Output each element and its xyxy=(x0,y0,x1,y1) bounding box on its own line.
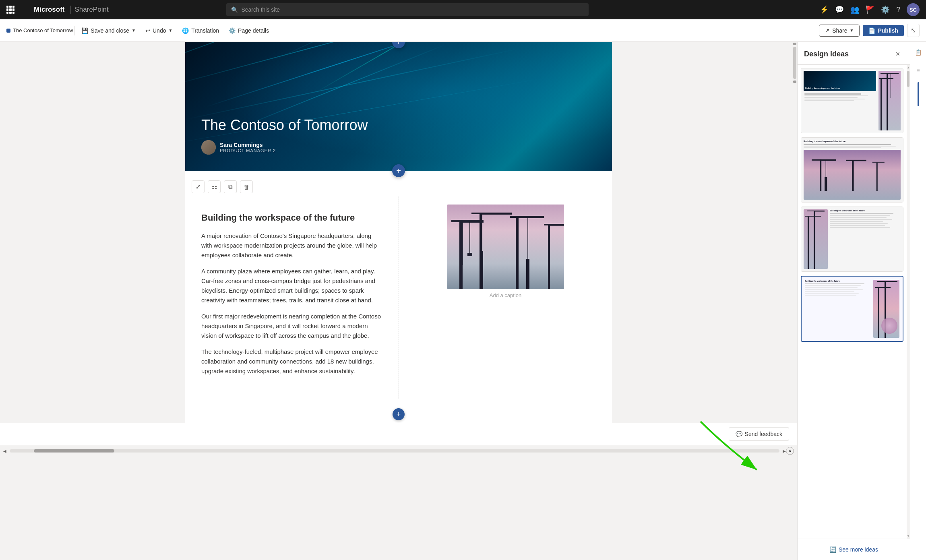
share-button[interactable]: ↗ Share ▼ xyxy=(819,25,860,37)
side-icon-1[interactable]: 📋 xyxy=(913,47,924,58)
help-icon[interactable]: ? xyxy=(896,6,900,14)
search-bar[interactable]: 🔍 xyxy=(226,3,589,16)
panel-scroll-thumb[interactable] xyxy=(907,71,909,87)
share-dropdown-icon[interactable]: ▼ xyxy=(850,28,854,33)
design-panel-close[interactable]: × xyxy=(892,48,903,60)
side-icon-3[interactable] xyxy=(918,82,919,106)
design-card-4[interactable]: Building the workspace of the future xyxy=(801,276,903,342)
save-icon: 💾 xyxy=(81,27,88,34)
send-feedback-button[interactable]: 💬 Send feedback xyxy=(729,427,789,441)
svg-rect-19 xyxy=(887,73,888,130)
translation-button[interactable]: 🌐 Translation xyxy=(177,24,224,37)
settings-tool[interactable]: ⚏ xyxy=(208,180,221,193)
content-heading: Building the workspace of the future xyxy=(201,213,382,223)
author-name: Sara Cummings xyxy=(220,142,276,148)
hero-section: + xyxy=(185,42,612,171)
svg-rect-15 xyxy=(526,259,529,289)
section-tools-bar: ⤢ ⚏ ⧉ 🗑 xyxy=(185,177,612,196)
content-paragraph-2: A community plaza where employees can ga… xyxy=(201,267,382,305)
people-icon[interactable]: 👥 xyxy=(850,5,859,14)
toolbar-separator-1 xyxy=(74,26,75,35)
scroll-thumb[interactable] xyxy=(34,449,114,453)
svg-rect-44 xyxy=(875,287,891,288)
author-avatar xyxy=(201,140,216,155)
search-icon: 🔍 xyxy=(231,6,238,13)
horizontal-scrollbar[interactable]: ◀ ▶ × xyxy=(0,445,797,457)
waffle-menu[interactable]: Microsoft SharePoint xyxy=(6,5,109,14)
hero-author: Sara Cummings PRODUCT MANAGER 2 xyxy=(201,140,368,155)
translation-icon: 🌐 xyxy=(182,27,189,34)
design-ideas-panel: Design ideas × Build xyxy=(797,42,910,560)
copy-tool[interactable]: ⧉ xyxy=(224,180,237,193)
lightning-icon[interactable]: ⚡ xyxy=(820,5,829,14)
design-ideas-list[interactable]: Building the workspace of the future xyxy=(798,65,907,539)
content-section: Building the workspace of the future A m… xyxy=(185,196,612,399)
design-panel-footer: 🔄 See more ideas xyxy=(798,539,910,560)
side-icon-2[interactable]: ≡ xyxy=(913,64,924,76)
share-icon: ↗ xyxy=(825,27,830,34)
design-card-3[interactable]: Building the workspace of the future xyxy=(801,207,903,272)
scroll-left-arrow[interactable]: ◀ xyxy=(3,449,6,453)
design-card-img-2: Building the workspace of the future xyxy=(801,138,903,202)
publish-button[interactable]: 📄 Publish xyxy=(863,25,904,36)
see-more-ideas-button[interactable]: 🔄 See more ideas xyxy=(825,544,883,555)
panel-scrollbar[interactable]: ▲ ▼ xyxy=(907,65,910,539)
design-card-1[interactable]: Building the workspace of the future xyxy=(801,68,903,133)
ms-brand: Microsoft xyxy=(31,6,65,14)
content-paragraph-3: Our first major redevelopment is nearing… xyxy=(201,312,382,341)
design-card-2[interactable]: Building the workspace of the future xyxy=(801,137,903,203)
flag-icon[interactable]: 🚩 xyxy=(866,5,874,14)
search-input[interactable] xyxy=(241,6,584,13)
toolbar-right: ↗ Share ▼ 📄 Publish ⤡ xyxy=(819,24,920,37)
svg-rect-4 xyxy=(481,251,483,289)
toolbar: The Contoso of Tomorrow 💾 Save and close… xyxy=(0,19,926,42)
page-canvas: + xyxy=(185,42,612,423)
move-tool[interactable]: ⤢ xyxy=(192,180,205,193)
hero-content: The Contoso of Tomorrow Sara Cummings PR… xyxy=(201,117,368,155)
scroll-close-btn[interactable]: × xyxy=(786,447,794,455)
content-paragraph-4: The technology-fueled, multiphase projec… xyxy=(201,347,382,376)
svg-rect-11 xyxy=(516,217,519,289)
page-icon xyxy=(6,29,10,33)
delete-tool[interactable]: 🗑 xyxy=(240,180,253,193)
design-card-img-1: Building the workspace of the future xyxy=(801,68,903,133)
svg-rect-24 xyxy=(879,78,893,79)
panel-scroll-down[interactable]: ▼ xyxy=(907,534,910,538)
gear-icon[interactable]: ⚙️ xyxy=(881,5,890,14)
feedback-icon: 💬 xyxy=(736,431,742,437)
chat-icon[interactable]: 💬 xyxy=(835,5,844,14)
content-left: Building the workspace of the future A m… xyxy=(185,196,399,399)
scroll-right-arrow[interactable]: ▶ xyxy=(783,449,786,453)
ms-logo xyxy=(19,5,27,14)
panel-scroll-up[interactable]: ▲ xyxy=(907,66,910,69)
add-section-bottom-area: + xyxy=(185,407,612,423)
avatar[interactable]: SC xyxy=(907,3,920,16)
editor-scroll-area[interactable]: + xyxy=(0,42,797,560)
svg-rect-10 xyxy=(467,253,472,256)
add-section-btn[interactable]: + xyxy=(393,408,405,420)
waffle-icon[interactable] xyxy=(6,6,14,14)
undo-dropdown-icon[interactable]: ▼ xyxy=(168,28,172,33)
svg-rect-29 xyxy=(825,177,827,191)
content-paragraph-1: A major renovation of Contoso's Singapor… xyxy=(201,231,382,260)
svg-rect-16 xyxy=(548,225,550,289)
svg-rect-43 xyxy=(878,288,879,338)
svg-rect-30 xyxy=(852,161,854,191)
page-details-button[interactable]: ⚙️ Page details xyxy=(224,24,274,37)
scroll-track xyxy=(10,449,779,453)
collapse-button[interactable]: ⤡ xyxy=(907,24,920,37)
design-card-img-4: Building the workspace of the future xyxy=(802,277,903,341)
publish-icon: 📄 xyxy=(868,27,875,34)
save-close-button[interactable]: 💾 Save and close ▼ xyxy=(76,24,141,37)
author-info: Sara Cummings PRODUCT MANAGER 2 xyxy=(220,142,276,153)
svg-rect-5 xyxy=(459,221,463,289)
top-nav-bar: Microsoft SharePoint 🔍 ⚡ 💬 👥 🚩 ⚙️ ? SC xyxy=(0,0,926,19)
design-panel-header: Design ideas × xyxy=(798,42,910,65)
save-dropdown-icon[interactable]: ▼ xyxy=(132,28,136,33)
svg-rect-9 xyxy=(469,222,470,254)
add-section-below-hero-btn[interactable]: + xyxy=(392,164,405,177)
svg-rect-35 xyxy=(814,211,815,269)
undo-button[interactable]: ↩ Undo ▼ xyxy=(141,24,177,37)
sharepoint-brand: SharePoint xyxy=(70,6,109,14)
svg-rect-23 xyxy=(881,79,882,130)
